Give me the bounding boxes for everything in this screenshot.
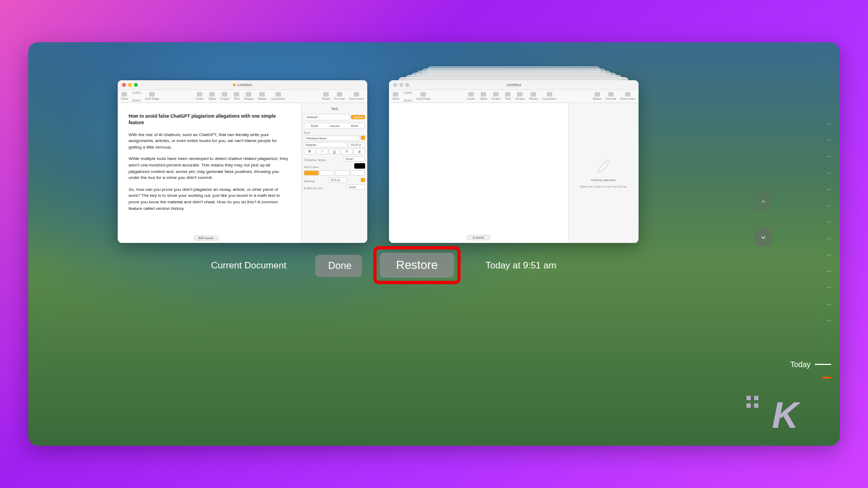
- align-right-button[interactable]: [335, 170, 350, 176]
- toolbar-share[interactable]: Share: [322, 92, 330, 100]
- strikethrough-button[interactable]: S: [341, 149, 353, 155]
- version-document-window: Untitled View 115%Zoom Add Page Insert T…: [389, 80, 639, 243]
- toolbar-zoom[interactable]: 115%Zoom: [132, 91, 141, 102]
- font-weight-select[interactable]: Regular: [304, 142, 348, 147]
- version-timeline[interactable]: Today: [799, 124, 831, 397]
- toolbar-table[interactable]: Table: [208, 92, 216, 100]
- version-timestamp-label: Today at 9:51 am: [486, 260, 556, 271]
- toolbar-shape[interactable]: Shape: [244, 92, 253, 100]
- zoom-icon[interactable]: [134, 83, 138, 87]
- previous-version-button[interactable]: [755, 193, 772, 210]
- bullets-select[interactable]: None: [347, 184, 365, 190]
- toolbar-text[interactable]: Text: [234, 92, 240, 100]
- document-paragraph: So, how can you prove you didn't plagiar…: [129, 187, 290, 211]
- toolbar-zoom[interactable]: 115%Zoom: [404, 91, 412, 102]
- close-icon[interactable]: [122, 83, 126, 87]
- titlebar: Untitled: [389, 80, 639, 90]
- document-paragraph: With the rise of AI chatbots, such as Ch…: [129, 132, 290, 151]
- toolbar-document[interactable]: Document: [621, 92, 635, 100]
- align-center-button[interactable]: [320, 170, 335, 176]
- char-style-select[interactable]: None*: [343, 156, 365, 162]
- tab-layout[interactable]: Layout: [324, 123, 344, 129]
- empty-title: Nothing selected.: [591, 178, 616, 182]
- toolbar-view[interactable]: View: [121, 92, 128, 100]
- update-style-button[interactable]: Update: [351, 115, 365, 119]
- timeline-today-marker: Today: [790, 360, 831, 369]
- toolbar-media[interactable]: Media: [258, 92, 266, 100]
- toolbar-table[interactable]: Table: [480, 92, 487, 100]
- toolbar: View 115%Zoom Add Page Insert Table Grap…: [118, 90, 367, 103]
- text-colour-swatch[interactable]: [354, 163, 365, 169]
- edited-indicator-icon: [233, 84, 235, 86]
- paintbrush-icon: [595, 158, 612, 175]
- toolbar: View 115%Zoom Add Page Insert Table Grap…: [389, 90, 639, 103]
- current-document-label: Current Document: [211, 260, 286, 271]
- toolbar-text[interactable]: Text: [505, 92, 511, 100]
- zoom-icon: [405, 83, 409, 87]
- toolbar-media[interactable]: Media: [529, 92, 538, 100]
- toolbar-graph[interactable]: Graph: [220, 92, 229, 100]
- document-paragraph: While multiple tools have been developed…: [129, 156, 290, 181]
- chevron-up-icon: [760, 198, 767, 206]
- inspector-header: Text: [304, 105, 365, 112]
- italic-button[interactable]: I: [316, 149, 328, 155]
- watermark-logo: K: [772, 394, 796, 436]
- document-page[interactable]: [389, 103, 568, 243]
- underline-button[interactable]: U: [329, 149, 341, 155]
- current-document-window: Untitled View 115%Zoom Add Page Insert T…: [118, 80, 367, 243]
- document-heading: How to avoid false ChatGPT plagiarism al…: [129, 113, 290, 126]
- toolbar-add-page[interactable]: Add Page: [145, 92, 159, 100]
- tab-more[interactable]: More: [344, 123, 365, 129]
- empty-subtitle: Select an object or text to format.: [579, 185, 627, 188]
- minimize-icon[interactable]: [128, 83, 132, 87]
- tab-style[interactable]: Style: [304, 123, 324, 129]
- toolbar-insert[interactable]: Insert: [467, 92, 475, 100]
- chevron-down-icon: [760, 234, 767, 241]
- restore-highlight-box: Restore: [373, 246, 461, 284]
- timeline-current-tick: [822, 377, 831, 378]
- align-left-button[interactable]: [304, 170, 319, 176]
- toolbar-format[interactable]: Format: [606, 92, 616, 100]
- done-button[interactable]: Done: [315, 255, 362, 277]
- format-inspector-empty: Nothing selected. Select an object or te…: [568, 103, 639, 243]
- next-version-button[interactable]: [755, 229, 772, 246]
- restore-button[interactable]: Restore: [380, 253, 454, 278]
- font-label: Font: [304, 131, 365, 134]
- minimize-icon: [399, 83, 403, 87]
- override-indicator-icon: [361, 136, 365, 140]
- text-colour-label: Text Colour: [304, 165, 319, 169]
- toolbar-share[interactable]: Share: [593, 92, 602, 100]
- toolbar-shape[interactable]: Shape: [515, 92, 525, 100]
- format-inspector: Text Default* Update Style Layout More F…: [301, 103, 367, 243]
- font-size-stepper[interactable]: 14.67 p: [349, 142, 365, 147]
- watermark-dots-icon: [746, 396, 758, 408]
- override-indicator-icon: [361, 178, 365, 182]
- word-count-badge[interactable]: 825 words: [194, 235, 219, 241]
- window-title: Untitled: [237, 82, 252, 87]
- document-page[interactable]: How to avoid false ChatGPT plagiarism al…: [118, 103, 301, 243]
- char-styles-label: Character Styles: [304, 158, 326, 162]
- time-machine-frame: Untitled View 115%Zoom Add Page Insert T…: [28, 42, 840, 446]
- toolbar-document[interactable]: Document: [349, 92, 364, 100]
- bold-button[interactable]: B: [304, 149, 316, 155]
- titlebar: Untitled: [118, 80, 367, 90]
- bullets-label: Bullets & Lists: [304, 187, 323, 190]
- word-count-badge[interactable]: 6 words: [467, 235, 490, 240]
- spacing-value[interactable]: 22.0 pt: [328, 177, 347, 183]
- spacing-label: Spacing: [304, 179, 315, 183]
- toolbar-comment[interactable]: Comment: [271, 92, 285, 100]
- toolbar-insert[interactable]: Insert: [196, 92, 204, 100]
- toolbar-view[interactable]: View: [392, 92, 399, 100]
- window-title: Untitled: [506, 82, 521, 87]
- paragraph-style-select[interactable]: Default*: [304, 114, 350, 120]
- toolbar-format[interactable]: Format: [335, 92, 345, 100]
- font-family-select[interactable]: Helvetica Neue: [304, 136, 360, 141]
- toolbar-comment[interactable]: Comment: [542, 92, 557, 100]
- close-icon: [393, 83, 397, 87]
- toolbar-graph[interactable]: Graph: [492, 92, 501, 100]
- toolbar-add-page[interactable]: Add Page: [416, 92, 430, 100]
- text-options-button[interactable]: ⚙: [353, 149, 365, 155]
- align-justify-button[interactable]: [350, 170, 366, 176]
